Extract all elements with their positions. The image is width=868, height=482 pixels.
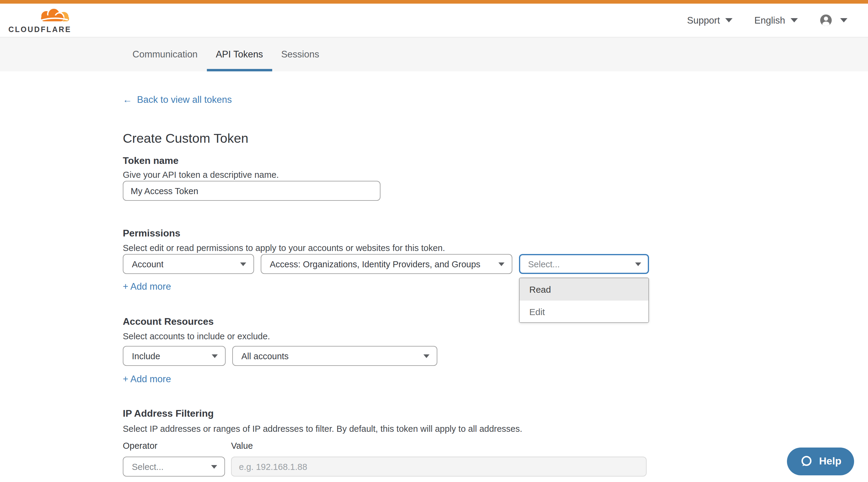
chevron-down-icon bbox=[498, 262, 504, 266]
account-resources-heading: Account Resources bbox=[123, 316, 868, 327]
permissions-select-row: Account Access: Organizations, Identity … bbox=[123, 254, 868, 274]
account-resources-add-more-link[interactable]: + Add more bbox=[123, 374, 171, 384]
permission-level-placeholder: Select... bbox=[528, 259, 560, 269]
ip-operator-placeholder: Select... bbox=[132, 462, 164, 472]
account-menu[interactable] bbox=[819, 14, 847, 27]
tab-label: Communication bbox=[132, 49, 197, 60]
account-mode-select[interactable]: Include bbox=[123, 346, 226, 366]
cloudflare-wordmark: CLOUDFLARE bbox=[8, 26, 71, 33]
page-viewport: CLOUDFLARE Support English bbox=[0, 0, 868, 482]
site-header: CLOUDFLARE Support English bbox=[0, 4, 868, 37]
chevron-down-icon bbox=[635, 262, 641, 266]
ip-operator-select[interactable]: Select... bbox=[123, 457, 225, 477]
top-nav: Support English bbox=[687, 14, 847, 27]
cloudflare-logo[interactable]: CLOUDFLARE bbox=[10, 7, 71, 33]
ip-filtering-description: Select IP addresses or ranges of IP addr… bbox=[123, 424, 868, 433]
permission-scope-select[interactable]: Account bbox=[123, 254, 254, 274]
token-name-input[interactable] bbox=[123, 181, 380, 201]
chevron-down-icon bbox=[211, 465, 217, 469]
tab-label: API Tokens bbox=[216, 49, 263, 60]
page-title: Create Custom Token bbox=[123, 132, 868, 145]
chat-bubble-icon bbox=[800, 455, 813, 468]
tab-label: Sessions bbox=[281, 49, 319, 60]
menu-option-edit[interactable]: Edit bbox=[520, 300, 648, 322]
avatar-icon bbox=[819, 14, 832, 27]
active-tab-underline bbox=[207, 69, 272, 71]
ip-filtering-controls-row: Select... bbox=[123, 457, 868, 477]
accounts-select[interactable]: All accounts bbox=[232, 346, 437, 366]
accounts-value: All accounts bbox=[241, 351, 288, 361]
back-link-label: Back to view all tokens bbox=[137, 95, 232, 105]
permission-resource-value: Access: Organizations, Identity Provider… bbox=[270, 259, 480, 269]
tab-communication[interactable]: Communication bbox=[123, 37, 207, 71]
operator-column-label: Operator bbox=[123, 442, 231, 451]
support-label: Support bbox=[687, 15, 720, 26]
chevron-down-icon bbox=[424, 354, 430, 358]
help-button-label: Help bbox=[819, 455, 841, 468]
ip-filtering-heading: IP Address Filtering bbox=[123, 408, 868, 418]
chevron-down-icon bbox=[840, 18, 847, 22]
token-name-heading: Token name bbox=[123, 155, 868, 166]
cloudflare-cloud-icon bbox=[36, 7, 71, 25]
tab-sessions[interactable]: Sessions bbox=[272, 37, 329, 71]
token-name-description: Give your API token a descriptive name. bbox=[123, 170, 868, 180]
support-menu[interactable]: Support bbox=[687, 15, 733, 26]
chevron-down-icon bbox=[725, 18, 733, 22]
permissions-heading: Permissions bbox=[123, 228, 868, 238]
tab-api-tokens[interactable]: API Tokens bbox=[207, 37, 272, 71]
permissions-description: Select edit or read permissions to apply… bbox=[123, 244, 868, 253]
permission-level-select[interactable]: Select... bbox=[519, 254, 649, 274]
account-resources-select-row: Include All accounts bbox=[123, 346, 868, 366]
permission-resource-select[interactable]: Access: Organizations, Identity Provider… bbox=[261, 254, 512, 274]
tab-bar: Communication API Tokens Sessions bbox=[0, 37, 868, 71]
ip-filtering-column-labels: Operator Value bbox=[123, 442, 868, 451]
language-label: English bbox=[754, 15, 785, 26]
main-content: ← Back to view all tokens Create Custom … bbox=[0, 71, 868, 477]
back-to-tokens-link[interactable]: ← Back to view all tokens bbox=[123, 95, 232, 105]
chevron-down-icon bbox=[240, 262, 246, 266]
permission-scope-value: Account bbox=[132, 259, 164, 269]
chevron-down-icon bbox=[790, 18, 798, 22]
account-resources-description: Select accounts to include or exclude. bbox=[123, 332, 868, 341]
permissions-add-more-link[interactable]: + Add more bbox=[123, 282, 171, 291]
permission-level-menu: Read Edit bbox=[519, 278, 649, 323]
back-arrow-icon: ← bbox=[123, 95, 132, 105]
menu-option-read[interactable]: Read bbox=[520, 278, 648, 300]
help-button[interactable]: Help bbox=[787, 448, 854, 475]
menu-option-label: Read bbox=[529, 284, 551, 294]
menu-option-label: Edit bbox=[529, 306, 545, 317]
top-accent-bar bbox=[0, 0, 868, 4]
language-menu[interactable]: English bbox=[754, 15, 798, 26]
account-mode-value: Include bbox=[132, 351, 160, 361]
ip-value-input[interactable] bbox=[231, 457, 647, 477]
chevron-down-icon bbox=[212, 354, 218, 358]
value-column-label: Value bbox=[231, 442, 253, 451]
